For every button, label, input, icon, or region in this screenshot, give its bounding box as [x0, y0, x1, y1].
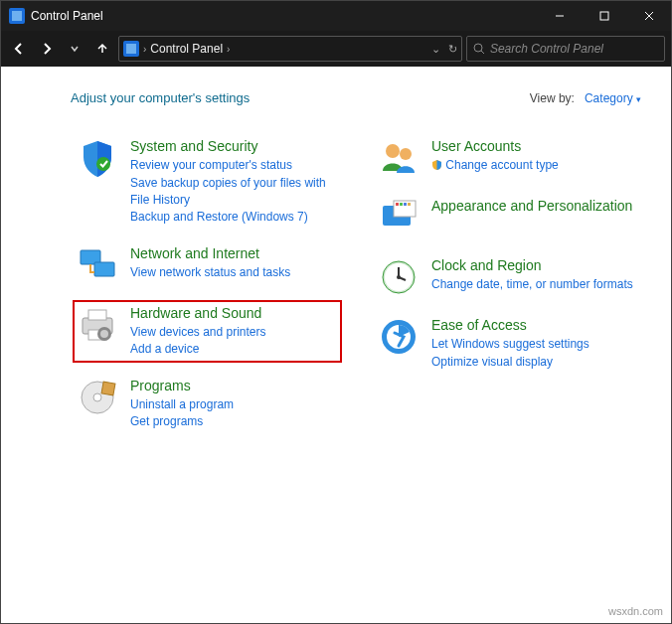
category-clock-region: Clock and Region Change date, time, or n…: [376, 254, 641, 300]
category-link[interactable]: Backup and Restore (Windows 7): [130, 209, 338, 226]
category-link[interactable]: Change account type: [431, 157, 639, 174]
category-title[interactable]: Clock and Region: [431, 256, 639, 274]
header-row: Adjust your computer's settings View by:…: [71, 90, 641, 105]
svg-line-5: [481, 51, 484, 54]
svg-point-13: [100, 330, 108, 338]
shield-small-icon: [431, 159, 442, 170]
chevron-right-icon: ›: [227, 44, 230, 55]
forward-button[interactable]: [35, 37, 59, 61]
category-title[interactable]: User Accounts: [431, 137, 639, 155]
breadcrumb[interactable]: Control Panel: [150, 42, 223, 56]
category-hardware-sound: Hardware and Sound View devices and prin…: [75, 302, 340, 361]
page-heading: Adjust your computer's settings: [71, 90, 250, 105]
category-title[interactable]: Appearance and Personalization: [431, 197, 639, 215]
close-button[interactable]: [626, 1, 671, 31]
svg-rect-10: [88, 310, 106, 320]
chevron-down-icon[interactable]: ▾: [636, 94, 641, 104]
search-icon: [473, 43, 484, 55]
address-bar[interactable]: › Control Panel › ⌄ ↻: [118, 36, 462, 62]
refresh-icon[interactable]: ↻: [448, 43, 457, 56]
svg-rect-8: [94, 262, 114, 276]
control-panel-icon: [9, 8, 25, 24]
disc-icon[interactable]: [77, 377, 118, 418]
category-link[interactable]: Review your computer's status: [130, 157, 338, 174]
window-controls: [537, 1, 671, 31]
category-programs: Programs Uninstall a program Get program…: [75, 375, 340, 433]
minimize-button[interactable]: [537, 1, 582, 31]
category-link[interactable]: Add a device: [130, 341, 338, 358]
category-link[interactable]: View devices and printers: [130, 324, 338, 341]
back-button[interactable]: [7, 37, 31, 61]
category-title[interactable]: System and Security: [130, 137, 338, 155]
category-link[interactable]: View network status and tasks: [130, 264, 338, 281]
ease-access-icon[interactable]: [378, 316, 420, 358]
shield-icon[interactable]: [77, 137, 118, 179]
svg-rect-23: [404, 203, 407, 206]
users-icon[interactable]: [378, 137, 420, 179]
category-link[interactable]: Change date, time, or number formats: [431, 276, 639, 293]
search-box[interactable]: [466, 36, 665, 62]
category-appearance: Appearance and Personalization: [376, 195, 641, 240]
recent-button[interactable]: [63, 37, 86, 61]
left-column: System and Security Review your computer…: [75, 135, 340, 433]
category-link[interactable]: Let Windows suggest settings: [431, 336, 639, 353]
category-title[interactable]: Ease of Access: [431, 316, 639, 334]
up-button[interactable]: [90, 37, 114, 61]
svg-rect-16: [101, 382, 115, 395]
svg-point-15: [93, 393, 101, 401]
view-by: View by: Category ▾: [530, 91, 641, 105]
content: Adjust your computer's settings View by:…: [1, 67, 671, 623]
svg-point-17: [386, 144, 400, 158]
network-icon[interactable]: [77, 244, 118, 286]
svg-point-29: [397, 275, 401, 279]
category-link[interactable]: Save backup copies of your files with Fi…: [130, 175, 338, 210]
category-link[interactable]: Optimize visual display: [431, 354, 639, 371]
right-column: User Accounts Change account type Appear…: [376, 135, 641, 433]
category-network-internet: Network and Internet View network status…: [75, 242, 340, 288]
navbar: › Control Panel › ⌄ ↻: [1, 31, 671, 67]
clock-icon[interactable]: [378, 256, 420, 298]
link-text: Change account type: [445, 158, 558, 172]
category-link[interactable]: Get programs: [130, 413, 338, 430]
view-by-label: View by:: [530, 91, 575, 105]
watermark: wsxdn.com: [608, 605, 663, 617]
appearance-icon[interactable]: [378, 197, 420, 238]
search-input[interactable]: [490, 42, 658, 56]
svg-rect-22: [400, 203, 403, 206]
svg-rect-21: [396, 203, 399, 206]
svg-rect-24: [408, 203, 411, 206]
chevron-right-icon: ›: [143, 44, 146, 55]
maximize-button[interactable]: [582, 1, 626, 31]
category-link[interactable]: Uninstall a program: [130, 396, 338, 413]
category-system-security: System and Security Review your computer…: [75, 135, 340, 229]
svg-point-18: [400, 148, 412, 160]
control-panel-icon: [123, 41, 139, 57]
category-title[interactable]: Hardware and Sound: [130, 304, 338, 322]
printer-icon[interactable]: [77, 304, 118, 346]
history-dropdown-icon[interactable]: ⌄: [431, 43, 440, 56]
category-title[interactable]: Programs: [130, 377, 338, 394]
window-title: Control Panel: [31, 9, 537, 23]
svg-point-6: [96, 157, 110, 171]
category-ease-access: Ease of Access Let Windows suggest setti…: [376, 314, 641, 373]
svg-point-4: [474, 44, 482, 52]
category-title[interactable]: Network and Internet: [130, 244, 338, 262]
svg-rect-1: [600, 12, 608, 20]
titlebar: Control Panel: [1, 1, 671, 31]
category-columns: System and Security Review your computer…: [75, 135, 641, 433]
category-user-accounts: User Accounts Change account type: [376, 135, 641, 181]
view-by-value[interactable]: Category: [585, 91, 633, 105]
